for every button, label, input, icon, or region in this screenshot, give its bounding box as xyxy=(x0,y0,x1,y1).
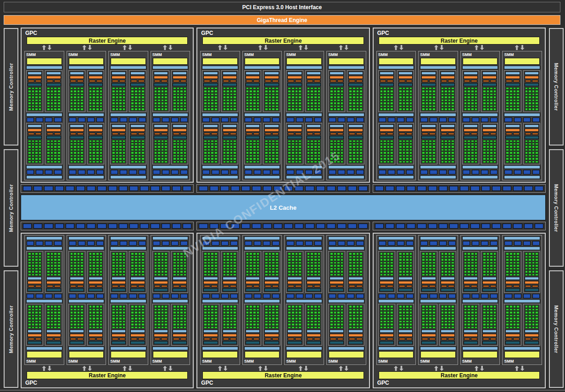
core-cell xyxy=(509,146,513,148)
core-cell xyxy=(422,274,425,276)
core-cell xyxy=(272,308,275,311)
core-cell xyxy=(490,314,493,317)
core-cell xyxy=(318,105,321,107)
warp-scheduler-bar xyxy=(246,334,260,337)
core-cell xyxy=(50,311,54,314)
gpc-box: GPCRaster EngineSMMSMMSMMSMM xyxy=(21,28,194,183)
core-cell xyxy=(214,305,218,308)
core-cell xyxy=(204,258,207,261)
core-cell xyxy=(265,143,268,145)
core-cell xyxy=(471,320,474,323)
dispatch-unit-segment xyxy=(161,80,168,82)
core-cell xyxy=(230,256,233,258)
core-cell xyxy=(532,161,535,163)
core-cell xyxy=(506,149,509,151)
dispatch-unit-segment xyxy=(119,133,126,135)
dispatch-unit-segment xyxy=(464,285,470,287)
core-row xyxy=(28,314,41,317)
texture-unit-segment xyxy=(45,170,52,174)
texture-unit-segment xyxy=(430,294,437,298)
core-cell xyxy=(211,274,214,276)
instruction-buffer-bar xyxy=(380,277,394,280)
core-row xyxy=(70,161,84,163)
core-cell xyxy=(57,262,61,264)
core-cell xyxy=(141,268,145,270)
core-cell xyxy=(184,314,187,317)
texture-unit-segment xyxy=(329,241,336,246)
core-row xyxy=(89,264,102,267)
core-cell xyxy=(35,311,38,314)
core-cell xyxy=(116,143,119,145)
core-cell xyxy=(356,140,359,142)
core-cell xyxy=(154,268,157,270)
core-row xyxy=(89,308,102,311)
core-cell xyxy=(451,149,454,151)
up-arrow-icon xyxy=(515,366,519,371)
core-cell xyxy=(92,146,95,148)
core-cell xyxy=(310,96,313,98)
core-cell xyxy=(295,264,298,267)
smm-box: SMM xyxy=(284,235,324,365)
core-cell xyxy=(390,323,393,326)
core-row xyxy=(47,146,60,148)
texture-units-row xyxy=(420,118,456,122)
core-cell xyxy=(141,143,145,145)
core-cell xyxy=(89,90,92,92)
core-cell xyxy=(380,143,383,145)
core-cell xyxy=(50,102,54,104)
processing-block-pair xyxy=(328,70,364,112)
core-cell xyxy=(429,105,432,107)
core-row xyxy=(288,143,301,145)
core-cell xyxy=(214,105,218,107)
core-cell xyxy=(223,87,226,90)
core-cell xyxy=(334,256,337,258)
core-cell xyxy=(295,323,298,326)
core-row xyxy=(330,105,343,107)
arrow-pair xyxy=(379,45,419,50)
core-cell xyxy=(406,320,409,323)
processing-block xyxy=(87,251,104,293)
core-cell xyxy=(89,314,92,317)
core-row xyxy=(330,305,343,308)
register-file-bar xyxy=(70,341,84,344)
core-grid xyxy=(264,87,279,111)
tex-l1-cache-bar xyxy=(420,175,456,179)
core-cell xyxy=(226,149,229,151)
core-cell xyxy=(506,274,509,276)
dispatch-units-row xyxy=(441,285,455,287)
core-cell xyxy=(390,305,393,308)
core-cell xyxy=(390,151,393,154)
core-row xyxy=(525,308,538,311)
core-cell xyxy=(249,274,252,276)
core-cell xyxy=(451,320,454,323)
core-cell xyxy=(47,317,50,320)
core-cell xyxy=(154,105,157,107)
core-cell xyxy=(177,93,180,95)
core-cell xyxy=(525,323,528,326)
tex-l1-cache-bar xyxy=(110,347,146,350)
core-cell xyxy=(451,314,454,317)
core-row xyxy=(288,326,301,329)
dispatch-unit-segment xyxy=(288,338,294,340)
core-cell xyxy=(230,105,233,107)
core-cell xyxy=(269,268,272,270)
warp-scheduler-bar xyxy=(46,334,61,337)
core-row xyxy=(47,317,60,320)
core-row xyxy=(288,96,301,98)
instruction-buffer-bar xyxy=(28,277,42,280)
core-cell xyxy=(516,108,520,110)
core-cell xyxy=(73,143,77,145)
core-cell xyxy=(57,108,61,110)
core-cell xyxy=(288,274,291,276)
core-cell xyxy=(383,140,386,142)
core-cell xyxy=(265,151,268,154)
core-cell xyxy=(483,105,486,107)
core-cell xyxy=(467,258,470,261)
core-cell xyxy=(138,258,141,261)
core-cell xyxy=(334,305,337,308)
tex-l1-cache-bar xyxy=(286,66,322,69)
core-cell xyxy=(100,108,103,110)
core-grid xyxy=(505,87,520,111)
core-cell xyxy=(28,155,31,157)
core-cell xyxy=(422,146,425,148)
